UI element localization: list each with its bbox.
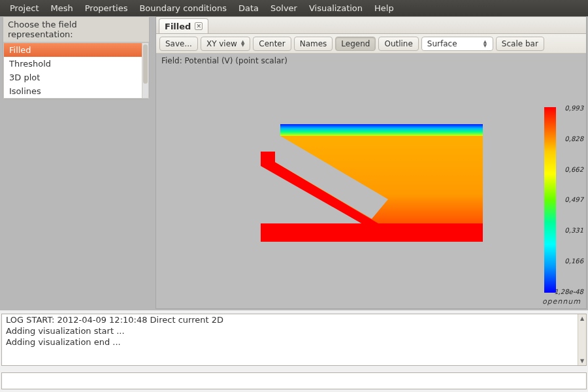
- log-scrollbar[interactable]: ▲ ▼: [578, 314, 586, 365]
- menu-data[interactable]: Data: [233, 1, 265, 15]
- brand-label: opennum: [542, 297, 581, 306]
- menu-boundary-conditions[interactable]: Boundary conditions: [133, 1, 233, 15]
- command-input[interactable]: [1, 372, 587, 389]
- colorbar-tick: 0,331: [554, 227, 583, 234]
- list-scroll-thumb[interactable]: [143, 44, 148, 84]
- list-item-threshold[interactable]: Threshold: [4, 57, 148, 71]
- center-button[interactable]: Center: [253, 37, 291, 51]
- workarea: Choose the field representation: Filled …: [0, 16, 588, 310]
- log-line: Adding visualization start ...: [2, 325, 586, 336]
- scroll-down-icon[interactable]: ▼: [578, 357, 586, 365]
- list-item-3dplot[interactable]: 3D plot: [4, 71, 148, 84]
- visualization-toolbar: Save... XY view ▲▼ Center Names Legend O…: [156, 34, 586, 54]
- tab-label: Filled: [165, 22, 191, 31]
- menubar: Project Mesh Properties Boundary conditi…: [0, 0, 588, 16]
- log-line: LOG START: 2012-04-09 12:10:48 Direct cu…: [2, 314, 586, 325]
- tab-bar: Filled ✕: [156, 17, 586, 34]
- list-item-filled[interactable]: Filled: [4, 43, 148, 57]
- colorbar-tick: 0,993: [554, 105, 583, 112]
- colorbar-tick: 0,662: [554, 166, 583, 173]
- render-canvas[interactable]: Field: Potential (V) (point scalar): [156, 54, 586, 308]
- menu-mesh[interactable]: Mesh: [44, 1, 78, 15]
- colorbar-tick: 0,497: [554, 196, 583, 203]
- scalebar-button[interactable]: Scale bar: [496, 37, 544, 51]
- surface-combo[interactable]: Surface ▲▼: [421, 37, 493, 51]
- log-panel: LOG START: 2012-04-09 12:10:48 Direct cu…: [1, 314, 587, 366]
- menu-help[interactable]: Help: [368, 1, 400, 15]
- list-scrollbar[interactable]: [142, 43, 148, 98]
- scroll-up-icon[interactable]: ▲: [578, 314, 586, 323]
- save-button[interactable]: Save...: [159, 37, 198, 51]
- svg-rect-5: [261, 136, 280, 150]
- names-button[interactable]: Names: [294, 37, 333, 51]
- colorbar-tick: 1,28e-48: [554, 288, 583, 295]
- menu-project[interactable]: Project: [4, 1, 44, 15]
- xyview-button[interactable]: XY view ▲▼: [201, 37, 250, 51]
- svg-rect-0: [280, 124, 483, 136]
- field-representation-list[interactable]: Filled Threshold 3D plot Isolines: [3, 42, 149, 99]
- colorbar-tick: 0,828: [554, 135, 583, 142]
- field-representation-panel: Choose the field representation: Filled …: [3, 16, 150, 99]
- xyview-label: XY view: [206, 39, 237, 48]
- tab-filled[interactable]: Filled ✕: [159, 18, 208, 33]
- surface-combo-value: Surface: [427, 39, 457, 48]
- list-item-isolines[interactable]: Isolines: [4, 84, 148, 98]
- menu-visualization[interactable]: Visualization: [303, 1, 368, 15]
- legend-button[interactable]: Legend: [335, 37, 376, 51]
- log-line: Adding visualization end ...: [2, 336, 586, 348]
- outline-button[interactable]: Outline: [378, 37, 418, 51]
- colorbar-ticks: 0,993 0,828 0,662 0,497 0,331 0,166 1,28…: [554, 105, 583, 295]
- menu-solver[interactable]: Solver: [265, 1, 303, 15]
- field-plot: [261, 124, 483, 255]
- svg-rect-1: [261, 223, 483, 242]
- spinner-icon[interactable]: ▲▼: [483, 39, 490, 49]
- field-info-label: Field: Potential (V) (point scalar): [161, 56, 287, 65]
- close-icon[interactable]: ✕: [195, 22, 203, 30]
- field-representation-title: Choose the field representation:: [3, 17, 149, 42]
- visualization-area: Filled ✕ Save... XY view ▲▼ Center Names…: [155, 16, 587, 309]
- spinner-icon[interactable]: ▲▼: [241, 41, 244, 47]
- menu-properties[interactable]: Properties: [79, 1, 134, 15]
- colorbar-tick: 0,166: [554, 257, 583, 265]
